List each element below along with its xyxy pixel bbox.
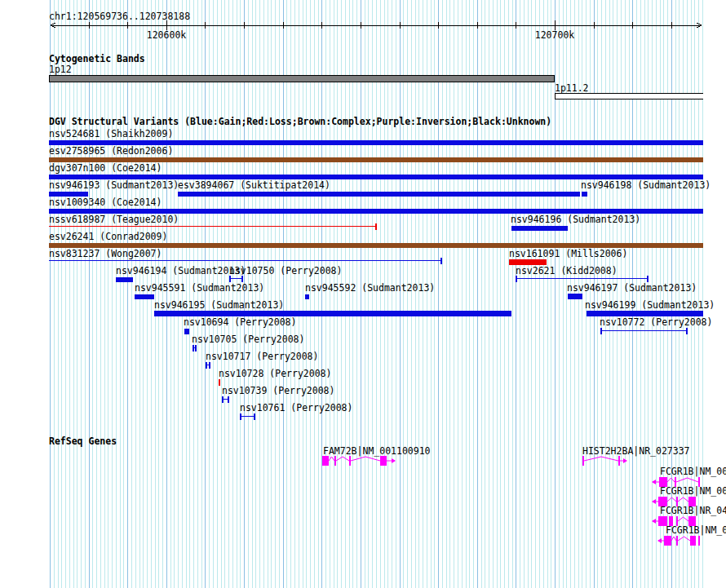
gene-model[interactable] [652,497,696,506]
gene-model[interactable] [322,456,396,466]
refseq-gene-models [0,0,726,588]
gene-model[interactable] [657,536,700,546]
gene-model[interactable] [582,456,627,466]
genome-browser-canvas: chr1:120569736..120738188 120600k120700k… [0,0,726,588]
gene-model[interactable] [652,477,700,487]
gene-model[interactable] [652,516,696,526]
